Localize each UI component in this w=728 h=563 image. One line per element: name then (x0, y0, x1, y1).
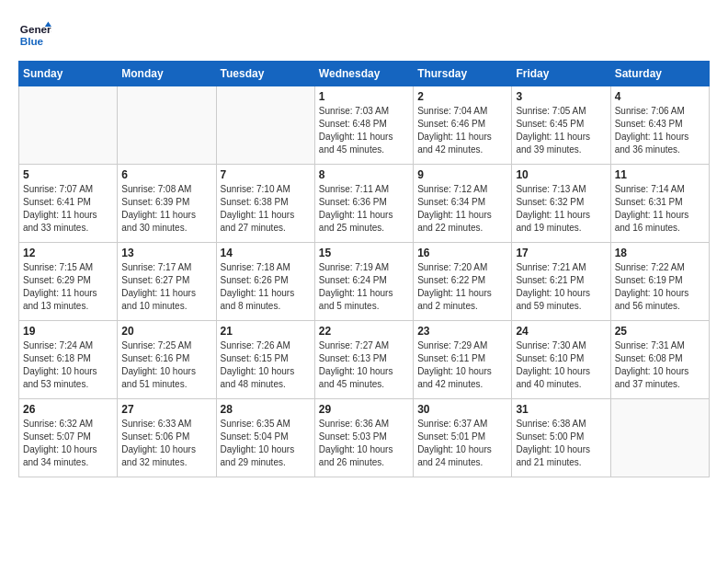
day-number: 12 (23, 247, 113, 259)
calendar-cell: 10Sunrise: 7:13 AM Sunset: 6:32 PM Dayli… (512, 165, 610, 243)
day-info: Sunrise: 6:32 AM Sunset: 5:07 PM Dayligh… (23, 418, 113, 469)
weekday-header: Thursday (414, 62, 512, 86)
weekday-header-row: SundayMondayTuesdayWednesdayThursdayFrid… (19, 62, 710, 86)
calendar-cell: 2Sunrise: 7:04 AM Sunset: 6:46 PM Daylig… (414, 86, 512, 165)
day-info: Sunrise: 6:33 AM Sunset: 5:06 PM Dayligh… (121, 418, 211, 469)
calendar-cell: 18Sunrise: 7:22 AM Sunset: 6:19 PM Dayli… (610, 243, 709, 321)
svg-text:Blue: Blue (20, 35, 44, 47)
day-info: Sunrise: 7:30 AM Sunset: 6:10 PM Dayligh… (516, 339, 606, 391)
day-info: Sunrise: 7:11 AM Sunset: 6:36 PM Dayligh… (319, 183, 409, 235)
logo: General Blue (18, 18, 51, 52)
day-info: Sunrise: 7:22 AM Sunset: 6:19 PM Dayligh… (615, 261, 705, 313)
day-info: Sunrise: 7:14 AM Sunset: 6:31 PM Dayligh… (615, 183, 705, 235)
calendar-cell: 28Sunrise: 6:35 AM Sunset: 5:04 PM Dayli… (216, 399, 314, 477)
day-info: Sunrise: 7:03 AM Sunset: 6:48 PM Dayligh… (319, 105, 409, 156)
day-number: 16 (417, 247, 507, 259)
calendar-cell: 13Sunrise: 7:17 AM Sunset: 6:27 PM Dayli… (118, 243, 216, 321)
calendar-cell: 31Sunrise: 6:38 AM Sunset: 5:00 PM Dayli… (512, 399, 610, 477)
day-info: Sunrise: 7:13 AM Sunset: 6:32 PM Dayligh… (516, 183, 606, 235)
weekday-header: Sunday (19, 62, 118, 86)
day-number: 9 (417, 168, 507, 181)
day-number: 17 (516, 247, 606, 259)
calendar-cell: 14Sunrise: 7:18 AM Sunset: 6:26 PM Dayli… (216, 243, 314, 321)
day-info: Sunrise: 7:31 AM Sunset: 6:08 PM Dayligh… (615, 339, 705, 391)
day-number: 13 (121, 247, 211, 259)
calendar-cell: 4Sunrise: 7:06 AM Sunset: 6:43 PM Daylig… (610, 86, 709, 165)
calendar-cell: 23Sunrise: 7:29 AM Sunset: 6:11 PM Dayli… (414, 321, 512, 399)
day-info: Sunrise: 6:37 AM Sunset: 5:01 PM Dayligh… (417, 418, 507, 469)
calendar-cell (610, 399, 709, 477)
day-info: Sunrise: 7:18 AM Sunset: 6:26 PM Dayligh… (221, 261, 311, 313)
week-row: 1Sunrise: 7:03 AM Sunset: 6:48 PM Daylig… (19, 86, 710, 165)
weekday-header: Friday (512, 62, 610, 86)
calendar-cell: 6Sunrise: 7:08 AM Sunset: 6:39 PM Daylig… (118, 165, 216, 243)
day-number: 1 (319, 90, 409, 103)
weekday-header: Saturday (610, 62, 709, 86)
week-row: 12Sunrise: 7:15 AM Sunset: 6:29 PM Dayli… (19, 243, 710, 321)
day-number: 27 (121, 403, 211, 416)
day-number: 7 (221, 168, 311, 181)
calendar-cell: 20Sunrise: 7:25 AM Sunset: 6:16 PM Dayli… (118, 321, 216, 399)
week-row: 5Sunrise: 7:07 AM Sunset: 6:41 PM Daylig… (19, 165, 710, 243)
day-info: Sunrise: 7:12 AM Sunset: 6:34 PM Dayligh… (417, 183, 507, 235)
calendar-cell: 9Sunrise: 7:12 AM Sunset: 6:34 PM Daylig… (414, 165, 512, 243)
calendar-cell (216, 86, 314, 165)
day-info: Sunrise: 7:29 AM Sunset: 6:11 PM Dayligh… (417, 339, 507, 391)
day-number: 26 (23, 403, 113, 416)
calendar-cell: 8Sunrise: 7:11 AM Sunset: 6:36 PM Daylig… (314, 165, 413, 243)
logo-icon: General Blue (18, 18, 51, 52)
day-info: Sunrise: 7:20 AM Sunset: 6:22 PM Dayligh… (417, 261, 507, 313)
day-info: Sunrise: 7:21 AM Sunset: 6:21 PM Dayligh… (516, 261, 606, 313)
calendar-cell: 7Sunrise: 7:10 AM Sunset: 6:38 PM Daylig… (216, 165, 314, 243)
day-number: 3 (516, 90, 606, 103)
calendar-cell: 26Sunrise: 6:32 AM Sunset: 5:07 PM Dayli… (19, 399, 118, 477)
day-number: 23 (417, 325, 507, 338)
day-number: 8 (319, 168, 409, 181)
calendar-cell: 5Sunrise: 7:07 AM Sunset: 6:41 PM Daylig… (19, 165, 118, 243)
day-info: Sunrise: 7:08 AM Sunset: 6:39 PM Dayligh… (121, 183, 211, 235)
calendar-cell: 17Sunrise: 7:21 AM Sunset: 6:21 PM Dayli… (512, 243, 610, 321)
calendar-cell: 12Sunrise: 7:15 AM Sunset: 6:29 PM Dayli… (19, 243, 118, 321)
calendar-cell: 29Sunrise: 6:36 AM Sunset: 5:03 PM Dayli… (314, 399, 413, 477)
day-info: Sunrise: 6:35 AM Sunset: 5:04 PM Dayligh… (221, 418, 311, 469)
day-info: Sunrise: 7:05 AM Sunset: 6:45 PM Dayligh… (516, 105, 606, 156)
day-info: Sunrise: 6:38 AM Sunset: 5:00 PM Dayligh… (516, 418, 606, 469)
day-info: Sunrise: 7:06 AM Sunset: 6:43 PM Dayligh… (615, 105, 705, 156)
page-header: General Blue (18, 18, 710, 52)
calendar-cell: 30Sunrise: 6:37 AM Sunset: 5:01 PM Dayli… (414, 399, 512, 477)
day-number: 30 (417, 403, 507, 416)
day-info: Sunrise: 7:04 AM Sunset: 6:46 PM Dayligh… (417, 105, 507, 156)
day-info: Sunrise: 6:36 AM Sunset: 5:03 PM Dayligh… (319, 418, 409, 469)
day-info: Sunrise: 7:07 AM Sunset: 6:41 PM Dayligh… (23, 183, 113, 235)
day-number: 11 (615, 168, 705, 181)
day-number: 2 (417, 90, 507, 103)
calendar-cell: 11Sunrise: 7:14 AM Sunset: 6:31 PM Dayli… (610, 165, 709, 243)
day-info: Sunrise: 7:17 AM Sunset: 6:27 PM Dayligh… (121, 261, 211, 313)
calendar-cell: 21Sunrise: 7:26 AM Sunset: 6:15 PM Dayli… (216, 321, 314, 399)
day-number: 24 (516, 325, 606, 338)
day-number: 25 (615, 325, 705, 338)
day-number: 18 (615, 247, 705, 259)
day-number: 20 (121, 325, 211, 338)
day-number: 29 (319, 403, 409, 416)
calendar-cell: 1Sunrise: 7:03 AM Sunset: 6:48 PM Daylig… (314, 86, 413, 165)
calendar-cell: 3Sunrise: 7:05 AM Sunset: 6:45 PM Daylig… (512, 86, 610, 165)
day-number: 14 (221, 247, 311, 259)
calendar-cell: 15Sunrise: 7:19 AM Sunset: 6:24 PM Dayli… (314, 243, 413, 321)
day-number: 10 (516, 168, 606, 181)
calendar-cell (118, 86, 216, 165)
week-row: 19Sunrise: 7:24 AM Sunset: 6:18 PM Dayli… (19, 321, 710, 399)
week-row: 26Sunrise: 6:32 AM Sunset: 5:07 PM Dayli… (19, 399, 710, 477)
day-number: 5 (23, 168, 113, 181)
weekday-header: Wednesday (314, 62, 413, 86)
day-number: 21 (221, 325, 311, 338)
day-number: 31 (516, 403, 606, 416)
calendar-cell: 22Sunrise: 7:27 AM Sunset: 6:13 PM Dayli… (314, 321, 413, 399)
calendar-cell: 27Sunrise: 6:33 AM Sunset: 5:06 PM Dayli… (118, 399, 216, 477)
day-number: 28 (221, 403, 311, 416)
day-info: Sunrise: 7:25 AM Sunset: 6:16 PM Dayligh… (121, 339, 211, 391)
calendar-cell: 19Sunrise: 7:24 AM Sunset: 6:18 PM Dayli… (19, 321, 118, 399)
day-number: 22 (319, 325, 409, 338)
day-info: Sunrise: 7:19 AM Sunset: 6:24 PM Dayligh… (319, 261, 409, 313)
weekday-header: Monday (118, 62, 216, 86)
